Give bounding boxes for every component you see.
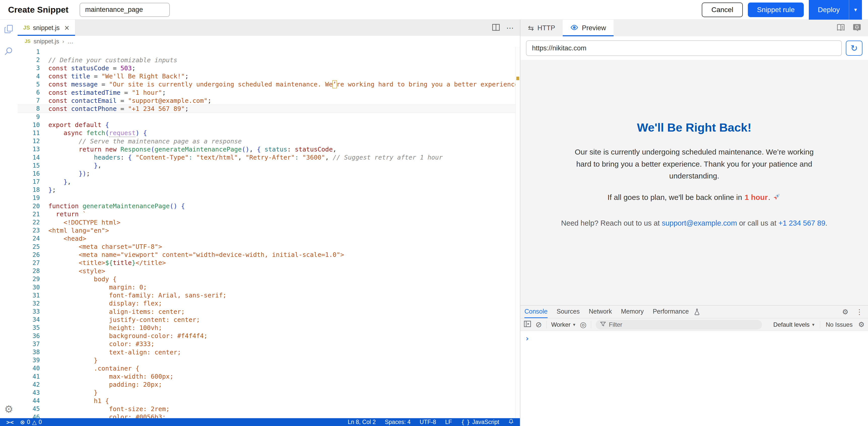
code-line[interactable]: 14 headers: { "Content-Type": "text/html… xyxy=(18,153,520,161)
code-line[interactable]: 22 <!DOCTYPE html> xyxy=(18,218,520,226)
code-line[interactable]: 32 display: flex; xyxy=(18,300,520,308)
line-number: 16 xyxy=(18,170,49,177)
code-line[interactable]: 12 // Serve the maintenance page as a re… xyxy=(18,137,520,145)
code-line[interactable]: 10export default { xyxy=(18,121,520,129)
breadcrumb-more[interactable]: … xyxy=(67,38,73,45)
url-input[interactable] xyxy=(526,40,842,56)
code-line[interactable]: 3const statusCode = 503; xyxy=(18,64,520,72)
code-line[interactable]: 1 xyxy=(18,48,520,56)
language-mode[interactable]: { } JavaScript xyxy=(461,419,499,426)
code-line[interactable]: 16 }); xyxy=(18,170,520,178)
notifications-bell-icon[interactable] xyxy=(508,419,514,426)
breadcrumb-file[interactable]: snippet.js xyxy=(33,38,59,45)
code-line[interactable]: 4const title = "We'll Be Right Back!"; xyxy=(18,72,520,80)
code-line[interactable]: 13 return new Response(generateMaintenan… xyxy=(18,145,520,153)
code-editor[interactable]: 12// Define your customizable inputs3con… xyxy=(18,47,520,418)
code-line[interactable]: 7const contactEmail = "support@example.c… xyxy=(18,96,520,105)
refresh-button[interactable]: ↻ xyxy=(846,40,863,56)
split-editor-icon[interactable] xyxy=(492,24,500,32)
devtools-tab-network[interactable]: Network xyxy=(589,306,612,318)
code-line[interactable]: 26 <meta name="viewport" content="width=… xyxy=(18,251,520,259)
code-line[interactable]: 29 body { xyxy=(18,275,520,283)
code-line[interactable]: 28 <style> xyxy=(18,267,520,275)
log-levels-selector[interactable]: Default levels ▾ xyxy=(773,321,814,328)
code-line-text: margin: 0; xyxy=(49,284,147,291)
devtools-tab-sources[interactable]: Sources xyxy=(557,306,580,318)
cancel-button[interactable]: Cancel xyxy=(702,2,743,17)
eta-prefix: If all goes to plan, we'll be back onlin… xyxy=(608,193,742,202)
code-line[interactable]: 37 color: #333; xyxy=(18,340,520,348)
clear-console-icon[interactable]: ⊘ xyxy=(535,321,542,329)
problems-status[interactable]: ⊗ 0 △ 0 xyxy=(20,419,42,426)
code-line[interactable]: 23<html lang="en"> xyxy=(18,226,520,234)
docs-book-icon[interactable] xyxy=(836,24,845,32)
console-output[interactable]: › xyxy=(520,331,868,426)
tab-preview[interactable]: Preview xyxy=(563,20,614,36)
code-line[interactable]: 46 color: #0056b3; xyxy=(18,413,520,418)
code-line[interactable]: 21 return ` xyxy=(18,210,520,218)
code-line[interactable]: 15 }, xyxy=(18,162,520,170)
devtools-tab-memory[interactable]: Memory xyxy=(621,306,644,318)
code-line[interactable]: 42 padding: 20px; xyxy=(18,380,520,389)
code-line[interactable]: 45 font-size: 2rem; xyxy=(18,405,520,413)
encoding-setting[interactable]: UTF-8 xyxy=(420,419,436,426)
code-line[interactable]: 18}; xyxy=(18,186,520,194)
code-line[interactable]: 9 xyxy=(18,113,520,121)
code-line[interactable]: 31 font-family: Arial, sans-serif; xyxy=(18,291,520,300)
cursor-position[interactable]: Ln 8, Col 2 xyxy=(348,419,376,426)
remote-indicator-icon[interactable]: >< xyxy=(6,419,13,425)
code-line[interactable]: 36 background-color: #f4f4f4; xyxy=(18,332,520,340)
code-line[interactable]: 19 xyxy=(18,194,520,202)
code-line[interactable]: 5const message = "Our site is currently … xyxy=(18,80,520,88)
support-email-link[interactable]: support@example.com xyxy=(662,219,737,227)
code-line[interactable]: 25 <meta charset="UTF-8"> xyxy=(18,243,520,251)
console-sidebar-toggle-icon[interactable] xyxy=(524,321,531,329)
line-number: 6 xyxy=(18,89,49,96)
settings-gear-icon[interactable]: ⚙ xyxy=(4,404,13,414)
code-line[interactable]: 34 justify-content: center; xyxy=(18,316,520,324)
console-settings-gear-icon[interactable]: ⚙ xyxy=(858,320,865,329)
experiments-flask-icon[interactable] xyxy=(694,306,700,318)
code-line[interactable]: 44 h1 { xyxy=(18,397,520,405)
console-filter-input[interactable]: Filter xyxy=(596,320,762,330)
code-line[interactable]: 30 margin: 0; xyxy=(18,283,520,291)
devtools-menu-kebab-icon[interactable]: ⋮ xyxy=(856,308,863,316)
search-icon[interactable] xyxy=(4,47,14,57)
code-line[interactable]: 39 } xyxy=(18,356,520,364)
code-line[interactable]: 11 async fetch(request) { xyxy=(18,129,520,137)
tab-snippet-js[interactable]: JS snippet.js × xyxy=(18,20,75,36)
code-line[interactable]: 27 <title>${title}</title> xyxy=(18,259,520,267)
discord-icon[interactable] xyxy=(852,23,862,33)
code-line[interactable]: 24 <head> xyxy=(18,234,520,243)
code-line[interactable]: 8const contactPhone = "+1 234 567 89"; xyxy=(18,105,520,113)
issues-counter[interactable]: No Issues xyxy=(826,321,852,328)
eol-setting[interactable]: LF xyxy=(445,419,452,426)
snippet-rule-button[interactable]: Snippet rule xyxy=(748,2,804,17)
devtools-tab-performance[interactable]: Performance xyxy=(653,306,689,318)
code-line-text: text-align: center; xyxy=(49,349,181,356)
code-line[interactable]: 6const estimatedTime = "1 hour"; xyxy=(18,88,520,96)
code-line[interactable]: 17 }, xyxy=(18,178,520,186)
code-line[interactable]: 43 } xyxy=(18,389,520,397)
code-line[interactable]: 33 align-items: center; xyxy=(18,308,520,316)
indentation-setting[interactable]: Spaces: 4 xyxy=(385,419,410,426)
close-icon[interactable]: × xyxy=(64,24,70,31)
files-icon[interactable] xyxy=(4,24,14,35)
snippet-name-input[interactable] xyxy=(80,3,170,17)
line-number: 21 xyxy=(18,211,49,218)
live-expression-eye-icon[interactable]: ◎ xyxy=(580,321,586,329)
tab-http[interactable]: ⇆ HTTP xyxy=(520,20,563,36)
devtools-tab-console[interactable]: Console xyxy=(524,306,548,318)
code-line[interactable]: 38 text-align: center; xyxy=(18,348,520,356)
code-line[interactable]: 35 height: 100vh; xyxy=(18,324,520,332)
editor-scrollbar[interactable] xyxy=(515,47,520,418)
context-selector[interactable]: Worker ▾ xyxy=(551,321,575,328)
code-line[interactable]: 2// Define your customizable inputs xyxy=(18,56,520,64)
code-line[interactable]: 41 max-width: 600px; xyxy=(18,373,520,380)
more-actions-icon[interactable]: ⋯ xyxy=(506,24,514,32)
code-line[interactable]: 20function generateMaintenancePage() { xyxy=(18,202,520,210)
phone-link[interactable]: +1 234 567 89 xyxy=(778,219,825,227)
code-line[interactable]: 40 .container { xyxy=(18,364,520,372)
devtools-settings-gear-icon[interactable]: ⚙ xyxy=(842,308,848,316)
breadcrumb[interactable]: JS snippet.js › … xyxy=(18,36,520,47)
